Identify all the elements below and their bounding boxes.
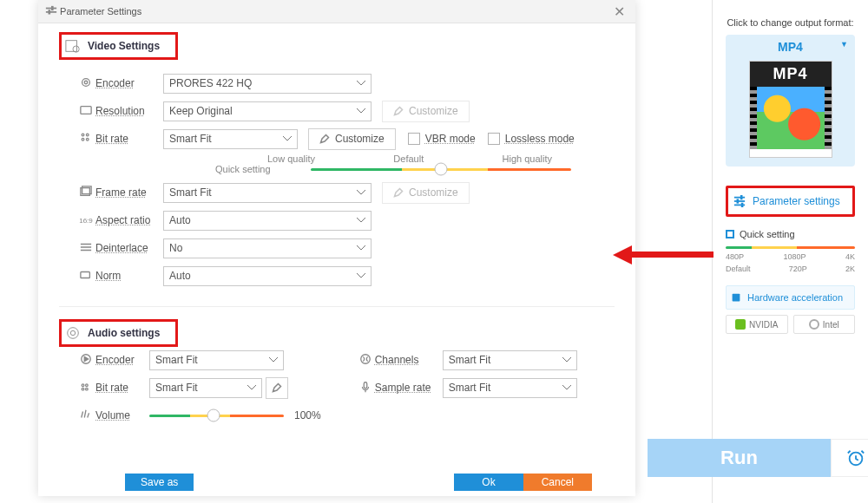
schedule-button[interactable] [831,439,868,477]
bitrate-select[interactable]: Smart Fit [163,129,298,149]
pencil-icon [393,106,404,116]
video-settings-heading: Video Settings [59,32,178,60]
cancel-button[interactable]: Cancel [523,474,592,491]
format-thumbnail: MP4 [749,61,832,158]
dialog-footer: Save as Ok Cancel [38,474,635,496]
norm-row: Norm Auto [76,263,615,289]
audio-gear-icon [65,325,81,341]
resolution-select[interactable]: Keep Original [163,101,372,121]
norm-label: Norm [95,270,163,282]
norm-icon [76,269,95,284]
framerate-icon [76,186,95,200]
sliders-icon [45,5,57,17]
intel-chip[interactable]: Intel [793,315,856,334]
slider-knob[interactable] [207,409,220,422]
thumb-image [750,87,832,149]
resolution-label: Resolution [95,105,163,117]
framerate-select[interactable]: Smart Fit [163,183,372,203]
audio-bitrate-select[interactable]: Smart Fit [149,378,262,398]
volume-row: Volume 100% [76,402,321,428]
quick-setting-dot-icon [726,230,734,238]
hardware-acceleration-toggle[interactable]: Hardware acceleration [726,285,855,310]
audio-settings-heading: Audio settings [59,319,178,347]
ok-button[interactable]: Ok [454,474,523,491]
samplerate-select[interactable]: Smart Fit [443,378,577,398]
dialog-titlebar: Parameter Settings ✕ [38,0,635,23]
svg-point-27 [82,383,84,386]
slider-knob[interactable] [435,163,448,176]
save-as-button[interactable]: Save as [125,474,194,491]
resolution-icon [76,104,95,119]
run-button[interactable]: Run [648,439,831,477]
channels-select[interactable]: Smart Fit [443,350,577,370]
encoder-row: Encoder PRORES 422 HQ [76,70,615,96]
svg-rect-5 [741,203,744,207]
aspect-icon: 16:9 [76,217,95,225]
audio-bitrate-row: Bit rate Smart Fit [76,375,321,401]
aspect-row: 16:9 Aspect ratio Auto [76,207,615,233]
quick-setting-slider[interactable]: 480P 1080P 4K Default 720P 2K [726,246,855,273]
vbr-checkbox[interactable]: VBR mode [408,133,476,145]
close-button[interactable]: ✕ [610,3,628,20]
svg-point-19 [82,138,84,140]
encoder-select[interactable]: PRORES 422 HQ [163,74,372,94]
audio-encoder-icon [76,353,95,368]
audio-encoder-select[interactable]: Smart Fit [149,350,284,370]
svg-rect-0 [734,197,745,199]
svg-rect-3 [740,195,743,199]
alarm-clock-icon [846,448,865,467]
audio-encoder-label: Encoder [95,354,149,366]
bitrate-icon [76,132,95,147]
audio-encoder-row: Encoder Smart Fit [76,347,321,373]
samplerate-label: Sample rate [375,382,443,394]
svg-point-29 [82,388,84,390]
aspect-select[interactable]: Auto [163,211,372,231]
svg-rect-6 [733,294,740,302]
svg-point-17 [82,134,84,136]
svg-point-25 [70,330,75,335]
svg-point-31 [360,354,370,363]
svg-rect-16 [81,106,91,114]
quick-setting-label: Quick setting [726,229,855,239]
quality-slider[interactable] [311,168,571,171]
chevron-down-icon: ▼ [840,40,848,49]
format-hint: Click to change output format: [726,17,855,28]
volume-label: Volume [95,409,149,421]
sliders-icon [733,195,746,207]
svg-rect-9 [46,11,56,13]
volume-slider[interactable] [149,415,284,417]
bitrate-row: Bit rate Smart Fit Customize VBR mode Lo… [76,126,615,152]
framerate-customize-button: Customize [382,182,470,204]
volume-icon [76,408,95,423]
bitrate-customize-button[interactable]: Customize [308,128,396,150]
param-settings-label: Parameter settings [753,195,840,207]
lossless-checkbox[interactable]: Lossless mode [488,133,575,145]
resolution-customize-button: Customize [382,101,470,122]
nvidia-chip[interactable]: NVIDIA [726,315,788,334]
framerate-label: Frame rate [95,186,163,199]
audio-bitrate-edit-button[interactable] [266,377,288,399]
pencil-icon [393,187,404,198]
pencil-icon [319,134,330,144]
channels-icon [356,353,375,368]
intel-logo-icon [809,319,819,330]
deinterlace-select[interactable]: No [163,238,372,258]
svg-point-30 [86,388,89,390]
audio-bitrate-label: Bit rate [95,382,149,394]
norm-select[interactable]: Auto [163,266,372,286]
volume-value: 100% [294,409,321,421]
channels-label: Channels [375,354,443,366]
output-format-label: MP4 [778,40,803,54]
side-panel: Click to change output format: MP4 ▼ MP4… [712,0,868,503]
quality-slider-row: Low quality Default High quality Quick s… [181,154,615,174]
output-format-selector[interactable]: MP4 ▼ MP4 [726,35,855,167]
svg-rect-1 [734,200,745,202]
svg-rect-10 [51,6,54,10]
parameter-settings-button[interactable]: Parameter settings [726,186,855,217]
chip-icon [730,291,742,304]
annotation-arrow [613,248,713,262]
svg-rect-4 [737,199,740,203]
svg-point-18 [86,134,89,136]
pencil-icon [272,382,282,393]
svg-point-28 [86,383,89,386]
